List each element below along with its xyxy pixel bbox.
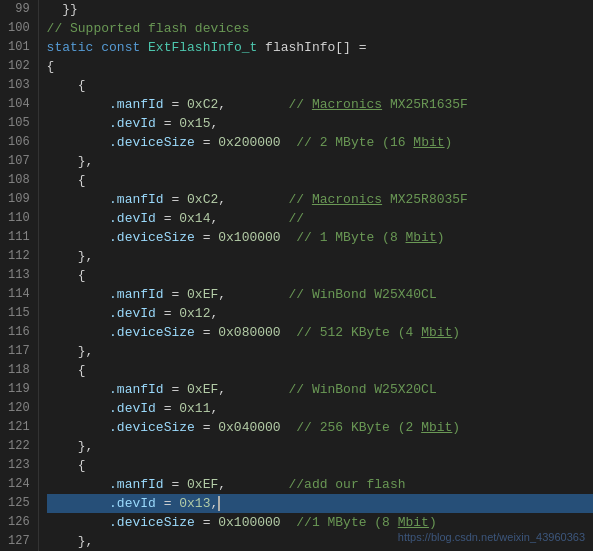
line-number: 100 [8, 19, 30, 38]
code-line: .manfId = 0xC2, // Macronics MX25R1635F [47, 95, 593, 114]
code-line: }, [47, 342, 593, 361]
code-line: }, [47, 247, 593, 266]
line-number: 114 [8, 285, 30, 304]
line-number: 113 [8, 266, 30, 285]
line-number: 106 [8, 133, 30, 152]
line-numbers: 9910010110210310410510610710810911011111… [0, 0, 39, 551]
code-line: .devId = 0x14, // [47, 209, 593, 228]
watermark: https://blog.csdn.net/weixin_43960363 [398, 531, 585, 543]
line-number: 108 [8, 171, 30, 190]
line-number: 105 [8, 114, 30, 133]
line-number: 117 [8, 342, 30, 361]
code-line: }, [47, 437, 593, 456]
line-number: 126 [8, 513, 30, 532]
line-number: 103 [8, 76, 30, 95]
line-number: 111 [8, 228, 30, 247]
line-number: 115 [8, 304, 30, 323]
code-line: { [47, 57, 593, 76]
code-line: { [47, 171, 593, 190]
code-line: .deviceSize = 0x040000 // 256 KByte (2 M… [47, 418, 593, 437]
line-number: 127 [8, 532, 30, 551]
line-number: 99 [8, 0, 30, 19]
code-line: .devId = 0x15, [47, 114, 593, 133]
code-container: 9910010110210310410510610710810911011111… [0, 0, 593, 551]
line-number: 125 [8, 494, 30, 513]
code-line: .deviceSize = 0x200000 // 2 MByte (16 Mb… [47, 133, 593, 152]
code-line: .devId = 0x11, [47, 399, 593, 418]
code-line: // Supported flash devices [47, 19, 593, 38]
code-line: { [47, 361, 593, 380]
line-number: 110 [8, 209, 30, 228]
code-line: }, [47, 152, 593, 171]
line-number: 123 [8, 456, 30, 475]
code-line: .deviceSize = 0x080000 // 512 KByte (4 M… [47, 323, 593, 342]
code-content[interactable]: }}// Supported flash devicesstatic const… [39, 0, 593, 551]
line-number: 121 [8, 418, 30, 437]
line-number: 116 [8, 323, 30, 342]
line-number: 101 [8, 38, 30, 57]
code-line: .manfId = 0xC2, // Macronics MX25R8035F [47, 190, 593, 209]
line-number: 119 [8, 380, 30, 399]
code-line: { [47, 456, 593, 475]
line-number: 120 [8, 399, 30, 418]
code-line: .devId = 0x12, [47, 304, 593, 323]
code-line: .deviceSize = 0x100000 // 1 MByte (8 Mbi… [47, 228, 593, 247]
code-line: }} [47, 0, 593, 19]
code-line: .manfId = 0xEF, // WinBond W25X20CL [47, 380, 593, 399]
line-number: 118 [8, 361, 30, 380]
line-number: 102 [8, 57, 30, 76]
code-line: { [47, 76, 593, 95]
line-number: 122 [8, 437, 30, 456]
code-line: .devId = 0x13,​ [47, 494, 593, 513]
code-line: .manfId = 0xEF, //add our flash [47, 475, 593, 494]
line-number: 107 [8, 152, 30, 171]
code-line: static const ExtFlashInfo_t flashInfo[] … [47, 38, 593, 57]
line-number: 104 [8, 95, 30, 114]
code-line: .manfId = 0xEF, // WinBond W25X40CL [47, 285, 593, 304]
line-number: 109 [8, 190, 30, 209]
line-number: 124 [8, 475, 30, 494]
code-line: { [47, 266, 593, 285]
code-line: .deviceSize = 0x100000 //1 MByte (8 Mbit… [47, 513, 593, 532]
line-number: 112 [8, 247, 30, 266]
